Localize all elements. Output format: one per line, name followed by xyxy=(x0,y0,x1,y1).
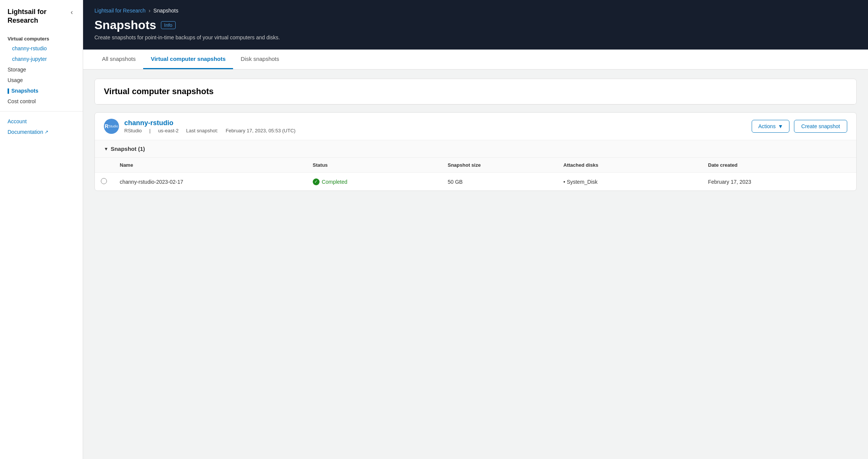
computer-region: us-east-2 xyxy=(158,128,179,133)
create-snapshot-button[interactable]: Create snapshot xyxy=(794,120,847,133)
sidebar-header: Lightsail for Research ‹ xyxy=(0,8,83,33)
computer-card-channy-rstudio: RStudio channy-rstudio RStudio | us-east… xyxy=(94,112,857,191)
tab-all-snapshots[interactable]: All snapshots xyxy=(94,50,143,69)
status-completed-badge: ✓ Completed xyxy=(313,178,436,185)
computer-actions: Actions ▼ Create snapshot xyxy=(752,120,847,133)
row-status-cell: ✓ Completed xyxy=(307,173,442,191)
col-header-size: Snapshot size xyxy=(442,158,557,173)
snapshot-toggle-label: Snapshot (1) xyxy=(111,146,145,152)
sidebar-item-cost-control[interactable]: Cost control xyxy=(0,96,83,107)
col-header-date: Date created xyxy=(702,158,857,173)
computer-card-header: RStudio channy-rstudio RStudio | us-east… xyxy=(95,113,856,140)
actions-chevron-icon: ▼ xyxy=(778,123,783,129)
computer-type: RStudio xyxy=(124,128,142,133)
page-header: Lightsail for Research › Snapshots Snaps… xyxy=(83,0,868,50)
actions-button[interactable]: Actions ▼ xyxy=(752,120,789,133)
breadcrumb-current: Snapshots xyxy=(153,8,178,14)
breadcrumb-parent-link[interactable]: Lightsail for Research xyxy=(94,8,145,14)
status-check-icon: ✓ xyxy=(313,178,320,185)
row-date-cell: February 17, 2023 xyxy=(702,173,857,191)
snapshots-table: Name Status Snapshot size Attached disks… xyxy=(95,158,856,191)
sidebar: Lightsail for Research ‹ Virtual compute… xyxy=(0,0,83,459)
last-snapshot-value: February 17, 2023, 05:53 (UTC) xyxy=(225,128,295,133)
sidebar-item-channy-rstudio[interactable]: channy-rstudio xyxy=(0,43,83,54)
col-header-name: Name xyxy=(114,158,307,173)
content-body: Virtual computer snapshots RStudio chann… xyxy=(83,70,868,200)
sidebar-item-channy-jupyter[interactable]: channy-jupyter xyxy=(0,54,83,64)
computer-name-link[interactable]: channy-rstudio xyxy=(124,119,295,127)
content-area: All snapshots Virtual computer snapshots… xyxy=(83,50,868,459)
computer-info-left: RStudio channy-rstudio RStudio | us-east… xyxy=(104,119,295,134)
col-header-select xyxy=(95,158,114,173)
page-title: Snapshots xyxy=(94,18,156,32)
snapshot-toggle[interactable]: ▼ Snapshot (1) xyxy=(95,140,856,158)
col-header-disks: Attached disks xyxy=(558,158,702,173)
tabs-bar: All snapshots Virtual computer snapshots… xyxy=(83,50,868,70)
sidebar-item-storage[interactable]: Storage xyxy=(0,64,83,75)
main-content: Lightsail for Research › Snapshots Snaps… xyxy=(83,0,868,459)
page-title-row: Snapshots Info xyxy=(94,18,857,32)
disk-name: System_Disk xyxy=(567,179,598,185)
sidebar-divider xyxy=(0,111,83,112)
table-header-row: Name Status Snapshot size Attached disks… xyxy=(95,158,856,173)
sidebar-title: Lightsail for Research xyxy=(8,8,68,25)
sidebar-collapse-button[interactable]: ‹ xyxy=(68,8,75,17)
status-label: Completed xyxy=(322,179,348,185)
col-header-status: Status xyxy=(307,158,442,173)
actions-label: Actions xyxy=(758,123,775,129)
page-subtitle: Create snapshots for point-in-time backu… xyxy=(94,34,857,40)
row-radio-input[interactable] xyxy=(101,178,107,184)
sidebar-item-snapshots[interactable]: Snapshots xyxy=(0,85,83,96)
row-select-cell xyxy=(95,173,114,191)
sidebar-item-usage[interactable]: Usage xyxy=(0,75,83,85)
breadcrumb: Lightsail for Research › Snapshots xyxy=(94,8,857,14)
tab-disk-snapshots[interactable]: Disk snapshots xyxy=(233,50,287,69)
table-row: channy-rstudio-2023-02-17 ✓ Completed 50… xyxy=(95,173,856,191)
computer-details: channy-rstudio RStudio | us-east-2 Last … xyxy=(124,119,295,133)
info-badge[interactable]: Info xyxy=(161,21,176,29)
meta-separator: | xyxy=(149,128,150,133)
section-title: Virtual computer snapshots xyxy=(95,79,856,104)
virtual-computer-snapshots-section: Virtual computer snapshots xyxy=(94,79,857,105)
sidebar-item-account[interactable]: Account xyxy=(0,116,83,127)
tab-virtual-computer-snapshots[interactable]: Virtual computer snapshots xyxy=(143,50,233,69)
row-size-cell: 50 GB xyxy=(442,173,557,191)
toggle-arrow-icon: ▼ xyxy=(104,146,108,152)
sidebar-item-documentation[interactable]: Documentation ↗ xyxy=(0,127,83,137)
sidebar-section-virtual-computers: Virtual computers xyxy=(0,33,83,43)
row-disks-cell: • System_Disk xyxy=(558,173,702,191)
computer-meta: RStudio | us-east-2 Last snapshot: Febru… xyxy=(124,128,295,133)
computer-avatar: RStudio xyxy=(104,119,119,134)
external-link-icon: ↗ xyxy=(45,129,48,135)
last-snapshot-label: Last snapshot: xyxy=(186,128,218,133)
breadcrumb-separator: › xyxy=(148,8,150,14)
row-name-cell: channy-rstudio-2023-02-17 xyxy=(114,173,307,191)
